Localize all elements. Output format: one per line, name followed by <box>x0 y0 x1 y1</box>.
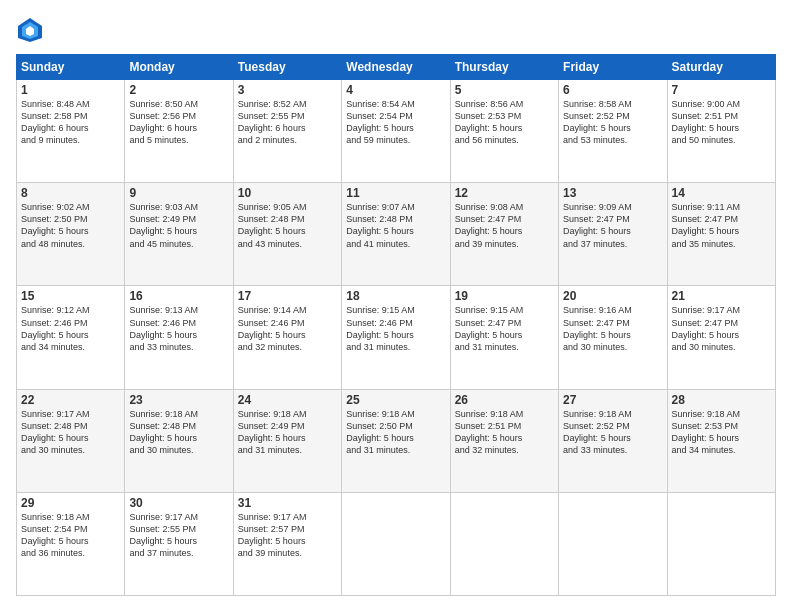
table-row: 2Sunrise: 8:50 AM Sunset: 2:56 PM Daylig… <box>125 80 233 183</box>
day-info: Sunrise: 9:18 AM Sunset: 2:51 PM Dayligh… <box>455 408 554 457</box>
table-row: 20Sunrise: 9:16 AM Sunset: 2:47 PM Dayli… <box>559 286 667 389</box>
calendar-week-3: 22Sunrise: 9:17 AM Sunset: 2:48 PM Dayli… <box>17 389 776 492</box>
day-number: 13 <box>563 186 662 200</box>
table-row: 29Sunrise: 9:18 AM Sunset: 2:54 PM Dayli… <box>17 492 125 595</box>
page: Sunday Monday Tuesday Wednesday Thursday… <box>0 0 792 612</box>
day-number: 9 <box>129 186 228 200</box>
day-number: 18 <box>346 289 445 303</box>
day-info: Sunrise: 9:18 AM Sunset: 2:54 PM Dayligh… <box>21 511 120 560</box>
day-number: 6 <box>563 83 662 97</box>
table-row: 7Sunrise: 9:00 AM Sunset: 2:51 PM Daylig… <box>667 80 775 183</box>
calendar-table: Sunday Monday Tuesday Wednesday Thursday… <box>16 54 776 596</box>
table-row: 12Sunrise: 9:08 AM Sunset: 2:47 PM Dayli… <box>450 183 558 286</box>
day-number: 21 <box>672 289 771 303</box>
calendar-header: Sunday Monday Tuesday Wednesday Thursday… <box>17 55 776 80</box>
table-row <box>450 492 558 595</box>
table-row: 24Sunrise: 9:18 AM Sunset: 2:49 PM Dayli… <box>233 389 341 492</box>
day-info: Sunrise: 9:15 AM Sunset: 2:47 PM Dayligh… <box>455 304 554 353</box>
day-number: 14 <box>672 186 771 200</box>
calendar-body: 1Sunrise: 8:48 AM Sunset: 2:58 PM Daylig… <box>17 80 776 596</box>
day-info: Sunrise: 9:05 AM Sunset: 2:48 PM Dayligh… <box>238 201 337 250</box>
calendar-week-4: 29Sunrise: 9:18 AM Sunset: 2:54 PM Dayli… <box>17 492 776 595</box>
logo <box>16 16 48 44</box>
table-row: 6Sunrise: 8:58 AM Sunset: 2:52 PM Daylig… <box>559 80 667 183</box>
header-row: Sunday Monday Tuesday Wednesday Thursday… <box>17 55 776 80</box>
day-number: 20 <box>563 289 662 303</box>
table-row: 10Sunrise: 9:05 AM Sunset: 2:48 PM Dayli… <box>233 183 341 286</box>
table-row: 14Sunrise: 9:11 AM Sunset: 2:47 PM Dayli… <box>667 183 775 286</box>
th-friday: Friday <box>559 55 667 80</box>
day-info: Sunrise: 9:18 AM Sunset: 2:48 PM Dayligh… <box>129 408 228 457</box>
table-row: 22Sunrise: 9:17 AM Sunset: 2:48 PM Dayli… <box>17 389 125 492</box>
day-number: 17 <box>238 289 337 303</box>
table-row: 3Sunrise: 8:52 AM Sunset: 2:55 PM Daylig… <box>233 80 341 183</box>
day-number: 28 <box>672 393 771 407</box>
table-row: 17Sunrise: 9:14 AM Sunset: 2:46 PM Dayli… <box>233 286 341 389</box>
day-number: 4 <box>346 83 445 97</box>
day-info: Sunrise: 9:17 AM Sunset: 2:57 PM Dayligh… <box>238 511 337 560</box>
day-number: 27 <box>563 393 662 407</box>
day-info: Sunrise: 9:07 AM Sunset: 2:48 PM Dayligh… <box>346 201 445 250</box>
table-row: 5Sunrise: 8:56 AM Sunset: 2:53 PM Daylig… <box>450 80 558 183</box>
day-number: 15 <box>21 289 120 303</box>
calendar-week-1: 8Sunrise: 9:02 AM Sunset: 2:50 PM Daylig… <box>17 183 776 286</box>
th-thursday: Thursday <box>450 55 558 80</box>
day-info: Sunrise: 9:18 AM Sunset: 2:50 PM Dayligh… <box>346 408 445 457</box>
table-row: 19Sunrise: 9:15 AM Sunset: 2:47 PM Dayli… <box>450 286 558 389</box>
day-info: Sunrise: 9:18 AM Sunset: 2:49 PM Dayligh… <box>238 408 337 457</box>
day-info: Sunrise: 9:17 AM Sunset: 2:48 PM Dayligh… <box>21 408 120 457</box>
calendar-week-2: 15Sunrise: 9:12 AM Sunset: 2:46 PM Dayli… <box>17 286 776 389</box>
day-number: 22 <box>21 393 120 407</box>
day-number: 1 <box>21 83 120 97</box>
table-row: 16Sunrise: 9:13 AM Sunset: 2:46 PM Dayli… <box>125 286 233 389</box>
table-row: 4Sunrise: 8:54 AM Sunset: 2:54 PM Daylig… <box>342 80 450 183</box>
day-info: Sunrise: 8:56 AM Sunset: 2:53 PM Dayligh… <box>455 98 554 147</box>
day-number: 23 <box>129 393 228 407</box>
header <box>16 16 776 44</box>
table-row: 9Sunrise: 9:03 AM Sunset: 2:49 PM Daylig… <box>125 183 233 286</box>
table-row: 21Sunrise: 9:17 AM Sunset: 2:47 PM Dayli… <box>667 286 775 389</box>
day-number: 5 <box>455 83 554 97</box>
th-saturday: Saturday <box>667 55 775 80</box>
th-wednesday: Wednesday <box>342 55 450 80</box>
table-row: 23Sunrise: 9:18 AM Sunset: 2:48 PM Dayli… <box>125 389 233 492</box>
day-info: Sunrise: 9:02 AM Sunset: 2:50 PM Dayligh… <box>21 201 120 250</box>
day-info: Sunrise: 9:09 AM Sunset: 2:47 PM Dayligh… <box>563 201 662 250</box>
day-info: Sunrise: 9:03 AM Sunset: 2:49 PM Dayligh… <box>129 201 228 250</box>
day-info: Sunrise: 9:00 AM Sunset: 2:51 PM Dayligh… <box>672 98 771 147</box>
calendar-week-0: 1Sunrise: 8:48 AM Sunset: 2:58 PM Daylig… <box>17 80 776 183</box>
table-row <box>342 492 450 595</box>
day-number: 11 <box>346 186 445 200</box>
day-info: Sunrise: 9:18 AM Sunset: 2:53 PM Dayligh… <box>672 408 771 457</box>
day-info: Sunrise: 9:18 AM Sunset: 2:52 PM Dayligh… <box>563 408 662 457</box>
th-monday: Monday <box>125 55 233 80</box>
day-number: 8 <box>21 186 120 200</box>
th-sunday: Sunday <box>17 55 125 80</box>
day-number: 7 <box>672 83 771 97</box>
table-row: 11Sunrise: 9:07 AM Sunset: 2:48 PM Dayli… <box>342 183 450 286</box>
day-number: 2 <box>129 83 228 97</box>
day-info: Sunrise: 8:54 AM Sunset: 2:54 PM Dayligh… <box>346 98 445 147</box>
day-number: 3 <box>238 83 337 97</box>
day-info: Sunrise: 9:08 AM Sunset: 2:47 PM Dayligh… <box>455 201 554 250</box>
th-tuesday: Tuesday <box>233 55 341 80</box>
logo-icon <box>16 16 44 44</box>
day-info: Sunrise: 9:11 AM Sunset: 2:47 PM Dayligh… <box>672 201 771 250</box>
day-number: 26 <box>455 393 554 407</box>
table-row: 18Sunrise: 9:15 AM Sunset: 2:46 PM Dayli… <box>342 286 450 389</box>
table-row: 25Sunrise: 9:18 AM Sunset: 2:50 PM Dayli… <box>342 389 450 492</box>
table-row: 31Sunrise: 9:17 AM Sunset: 2:57 PM Dayli… <box>233 492 341 595</box>
day-number: 24 <box>238 393 337 407</box>
table-row: 1Sunrise: 8:48 AM Sunset: 2:58 PM Daylig… <box>17 80 125 183</box>
day-info: Sunrise: 9:14 AM Sunset: 2:46 PM Dayligh… <box>238 304 337 353</box>
day-info: Sunrise: 8:50 AM Sunset: 2:56 PM Dayligh… <box>129 98 228 147</box>
day-number: 10 <box>238 186 337 200</box>
day-info: Sunrise: 8:52 AM Sunset: 2:55 PM Dayligh… <box>238 98 337 147</box>
day-number: 29 <box>21 496 120 510</box>
day-number: 25 <box>346 393 445 407</box>
day-number: 16 <box>129 289 228 303</box>
day-info: Sunrise: 9:17 AM Sunset: 2:55 PM Dayligh… <box>129 511 228 560</box>
day-number: 12 <box>455 186 554 200</box>
table-row: 15Sunrise: 9:12 AM Sunset: 2:46 PM Dayli… <box>17 286 125 389</box>
table-row: 30Sunrise: 9:17 AM Sunset: 2:55 PM Dayli… <box>125 492 233 595</box>
